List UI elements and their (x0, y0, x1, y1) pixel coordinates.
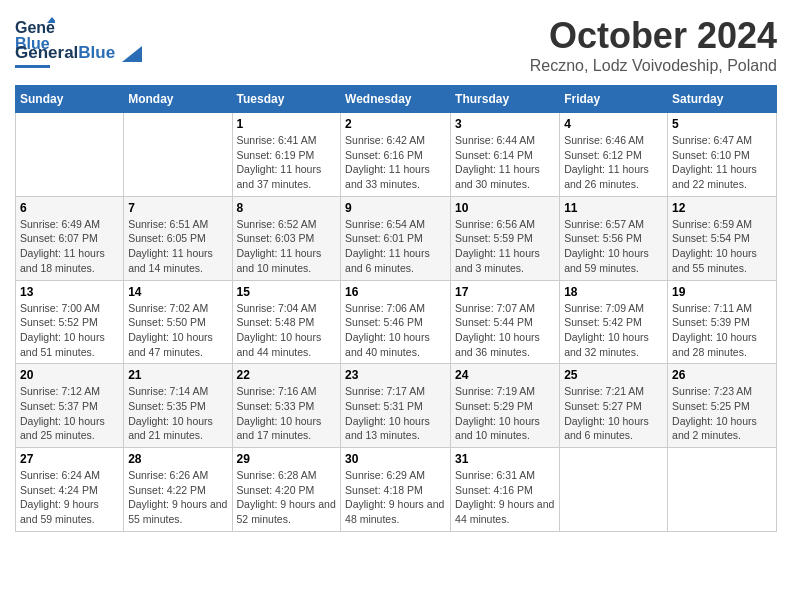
calendar-cell: 21Sunrise: 7:14 AMSunset: 5:35 PMDayligh… (124, 364, 232, 448)
calendar-cell: 25Sunrise: 7:21 AMSunset: 5:27 PMDayligh… (560, 364, 668, 448)
day-info: Sunrise: 7:17 AMSunset: 5:31 PMDaylight:… (345, 384, 446, 443)
day-info: Sunrise: 6:49 AMSunset: 6:07 PMDaylight:… (20, 217, 119, 276)
header-sunday: Sunday (16, 86, 124, 113)
day-number: 11 (564, 201, 663, 215)
calendar-cell: 9Sunrise: 6:54 AMSunset: 6:01 PMDaylight… (341, 196, 451, 280)
calendar-cell: 29Sunrise: 6:28 AMSunset: 4:20 PMDayligh… (232, 448, 341, 532)
day-info: Sunrise: 7:16 AMSunset: 5:33 PMDaylight:… (237, 384, 337, 443)
header-wednesday: Wednesday (341, 86, 451, 113)
calendar-cell: 4Sunrise: 6:46 AMSunset: 6:12 PMDaylight… (560, 113, 668, 197)
day-info: Sunrise: 6:24 AMSunset: 4:24 PMDaylight:… (20, 468, 119, 527)
logo-arrow-icon (122, 46, 142, 62)
calendar-cell: 19Sunrise: 7:11 AMSunset: 5:39 PMDayligh… (668, 280, 777, 364)
day-info: Sunrise: 6:26 AMSunset: 4:22 PMDaylight:… (128, 468, 227, 527)
day-info: Sunrise: 7:09 AMSunset: 5:42 PMDaylight:… (564, 301, 663, 360)
day-number: 15 (237, 285, 337, 299)
day-number: 4 (564, 117, 663, 131)
calendar-cell: 31Sunrise: 6:31 AMSunset: 4:16 PMDayligh… (451, 448, 560, 532)
calendar-cell: 30Sunrise: 6:29 AMSunset: 4:18 PMDayligh… (341, 448, 451, 532)
day-info: Sunrise: 7:14 AMSunset: 5:35 PMDaylight:… (128, 384, 227, 443)
calendar-header: Sunday Monday Tuesday Wednesday Thursday… (16, 86, 777, 113)
header-monday: Monday (124, 86, 232, 113)
calendar-cell: 18Sunrise: 7:09 AMSunset: 5:42 PMDayligh… (560, 280, 668, 364)
day-number: 9 (345, 201, 446, 215)
day-info: Sunrise: 7:12 AMSunset: 5:37 PMDaylight:… (20, 384, 119, 443)
header-saturday: Saturday (668, 86, 777, 113)
calendar-week-4: 20Sunrise: 7:12 AMSunset: 5:37 PMDayligh… (16, 364, 777, 448)
calendar-cell: 7Sunrise: 6:51 AMSunset: 6:05 PMDaylight… (124, 196, 232, 280)
calendar-cell: 10Sunrise: 6:56 AMSunset: 5:59 PMDayligh… (451, 196, 560, 280)
day-number: 24 (455, 368, 555, 382)
day-number: 6 (20, 201, 119, 215)
logo-general: General (15, 43, 78, 62)
calendar-table: Sunday Monday Tuesday Wednesday Thursday… (15, 85, 777, 532)
day-number: 3 (455, 117, 555, 131)
calendar-week-3: 13Sunrise: 7:00 AMSunset: 5:52 PMDayligh… (16, 280, 777, 364)
day-number: 13 (20, 285, 119, 299)
day-number: 23 (345, 368, 446, 382)
day-number: 7 (128, 201, 227, 215)
day-info: Sunrise: 6:52 AMSunset: 6:03 PMDaylight:… (237, 217, 337, 276)
calendar-cell: 12Sunrise: 6:59 AMSunset: 5:54 PMDayligh… (668, 196, 777, 280)
page-header: General Blue GeneralBlue October 2024 Re… (15, 15, 777, 75)
calendar-cell: 20Sunrise: 7:12 AMSunset: 5:37 PMDayligh… (16, 364, 124, 448)
day-info: Sunrise: 6:54 AMSunset: 6:01 PMDaylight:… (345, 217, 446, 276)
day-info: Sunrise: 6:44 AMSunset: 6:14 PMDaylight:… (455, 133, 555, 192)
calendar-cell: 2Sunrise: 6:42 AMSunset: 6:16 PMDaylight… (341, 113, 451, 197)
calendar-cell (668, 448, 777, 532)
svg-marker-3 (122, 46, 142, 62)
day-number: 10 (455, 201, 555, 215)
calendar-cell: 5Sunrise: 6:47 AMSunset: 6:10 PMDaylight… (668, 113, 777, 197)
logo-divider (15, 65, 50, 68)
header-thursday: Thursday (451, 86, 560, 113)
day-number: 25 (564, 368, 663, 382)
day-number: 2 (345, 117, 446, 131)
logo: General Blue GeneralBlue (15, 15, 142, 68)
calendar-cell: 8Sunrise: 6:52 AMSunset: 6:03 PMDaylight… (232, 196, 341, 280)
day-number: 21 (128, 368, 227, 382)
day-info: Sunrise: 6:59 AMSunset: 5:54 PMDaylight:… (672, 217, 772, 276)
calendar-cell: 15Sunrise: 7:04 AMSunset: 5:48 PMDayligh… (232, 280, 341, 364)
header-friday: Friday (560, 86, 668, 113)
day-info: Sunrise: 7:07 AMSunset: 5:44 PMDaylight:… (455, 301, 555, 360)
calendar-cell: 16Sunrise: 7:06 AMSunset: 5:46 PMDayligh… (341, 280, 451, 364)
day-number: 22 (237, 368, 337, 382)
day-info: Sunrise: 6:28 AMSunset: 4:20 PMDaylight:… (237, 468, 337, 527)
day-info: Sunrise: 7:06 AMSunset: 5:46 PMDaylight:… (345, 301, 446, 360)
calendar-cell: 24Sunrise: 7:19 AMSunset: 5:29 PMDayligh… (451, 364, 560, 448)
calendar-cell: 22Sunrise: 7:16 AMSunset: 5:33 PMDayligh… (232, 364, 341, 448)
day-number: 17 (455, 285, 555, 299)
calendar-cell: 6Sunrise: 6:49 AMSunset: 6:07 PMDaylight… (16, 196, 124, 280)
day-info: Sunrise: 7:23 AMSunset: 5:25 PMDaylight:… (672, 384, 772, 443)
location-subtitle: Reczno, Lodz Voivodeship, Poland (530, 57, 777, 75)
day-number: 16 (345, 285, 446, 299)
calendar-cell (560, 448, 668, 532)
day-number: 20 (20, 368, 119, 382)
calendar-cell: 28Sunrise: 6:26 AMSunset: 4:22 PMDayligh… (124, 448, 232, 532)
calendar-cell: 14Sunrise: 7:02 AMSunset: 5:50 PMDayligh… (124, 280, 232, 364)
day-number: 12 (672, 201, 772, 215)
calendar-cell: 11Sunrise: 6:57 AMSunset: 5:56 PMDayligh… (560, 196, 668, 280)
day-info: Sunrise: 6:51 AMSunset: 6:05 PMDaylight:… (128, 217, 227, 276)
header-tuesday: Tuesday (232, 86, 341, 113)
month-title: October 2024 (530, 15, 777, 57)
day-number: 5 (672, 117, 772, 131)
day-number: 30 (345, 452, 446, 466)
day-number: 18 (564, 285, 663, 299)
day-number: 26 (672, 368, 772, 382)
day-number: 8 (237, 201, 337, 215)
calendar-week-2: 6Sunrise: 6:49 AMSunset: 6:07 PMDaylight… (16, 196, 777, 280)
day-number: 27 (20, 452, 119, 466)
calendar-cell: 26Sunrise: 7:23 AMSunset: 5:25 PMDayligh… (668, 364, 777, 448)
title-block: October 2024 Reczno, Lodz Voivodeship, P… (530, 15, 777, 75)
calendar-cell: 13Sunrise: 7:00 AMSunset: 5:52 PMDayligh… (16, 280, 124, 364)
day-info: Sunrise: 6:42 AMSunset: 6:16 PMDaylight:… (345, 133, 446, 192)
calendar-cell: 3Sunrise: 6:44 AMSunset: 6:14 PMDaylight… (451, 113, 560, 197)
logo-blue: Blue (78, 43, 115, 62)
day-number: 29 (237, 452, 337, 466)
day-info: Sunrise: 7:02 AMSunset: 5:50 PMDaylight:… (128, 301, 227, 360)
day-info: Sunrise: 6:31 AMSunset: 4:16 PMDaylight:… (455, 468, 555, 527)
day-info: Sunrise: 6:56 AMSunset: 5:59 PMDaylight:… (455, 217, 555, 276)
calendar-cell: 27Sunrise: 6:24 AMSunset: 4:24 PMDayligh… (16, 448, 124, 532)
day-number: 14 (128, 285, 227, 299)
